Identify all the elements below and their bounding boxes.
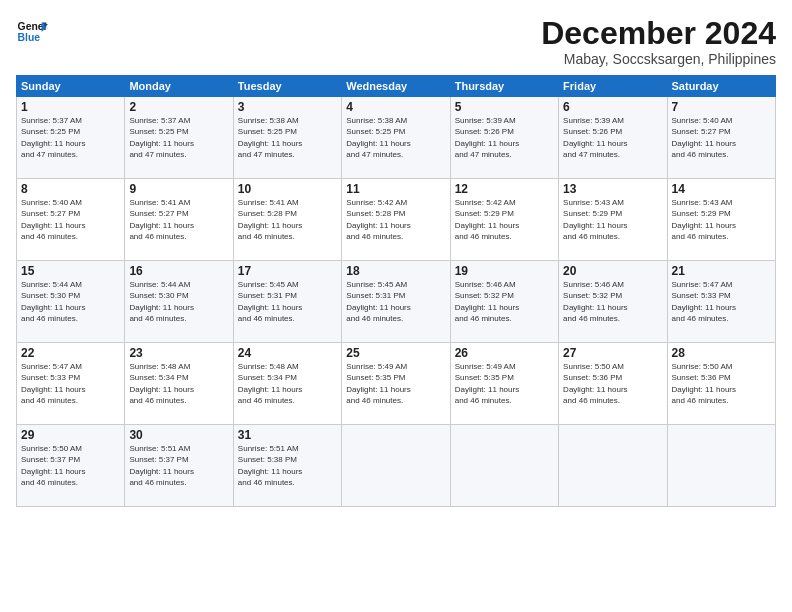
table-row: 28Sunrise: 5:50 AM Sunset: 5:36 PM Dayli… [667,343,775,425]
day-info: Sunrise: 5:39 AM Sunset: 5:26 PM Dayligh… [455,115,554,160]
day-info: Sunrise: 5:37 AM Sunset: 5:25 PM Dayligh… [129,115,228,160]
day-info: Sunrise: 5:40 AM Sunset: 5:27 PM Dayligh… [672,115,771,160]
week-row-3: 15Sunrise: 5:44 AM Sunset: 5:30 PM Dayli… [17,261,776,343]
day-number: 14 [672,182,771,196]
day-number: 25 [346,346,445,360]
day-info: Sunrise: 5:45 AM Sunset: 5:31 PM Dayligh… [346,279,445,324]
day-info: Sunrise: 5:40 AM Sunset: 5:27 PM Dayligh… [21,197,120,242]
day-info: Sunrise: 5:42 AM Sunset: 5:28 PM Dayligh… [346,197,445,242]
table-row: 12Sunrise: 5:42 AM Sunset: 5:29 PM Dayli… [450,179,558,261]
col-thursday: Thursday [450,76,558,97]
table-row: 8Sunrise: 5:40 AM Sunset: 5:27 PM Daylig… [17,179,125,261]
table-row: 6Sunrise: 5:39 AM Sunset: 5:26 PM Daylig… [559,97,667,179]
day-number: 29 [21,428,120,442]
table-row: 20Sunrise: 5:46 AM Sunset: 5:32 PM Dayli… [559,261,667,343]
table-row: 22Sunrise: 5:47 AM Sunset: 5:33 PM Dayli… [17,343,125,425]
day-info: Sunrise: 5:50 AM Sunset: 5:36 PM Dayligh… [563,361,662,406]
col-tuesday: Tuesday [233,76,341,97]
table-row: 26Sunrise: 5:49 AM Sunset: 5:35 PM Dayli… [450,343,558,425]
table-row: 15Sunrise: 5:44 AM Sunset: 5:30 PM Dayli… [17,261,125,343]
day-number: 22 [21,346,120,360]
day-info: Sunrise: 5:42 AM Sunset: 5:29 PM Dayligh… [455,197,554,242]
day-info: Sunrise: 5:44 AM Sunset: 5:30 PM Dayligh… [129,279,228,324]
day-number: 31 [238,428,337,442]
table-row: 31Sunrise: 5:51 AM Sunset: 5:38 PM Dayli… [233,425,341,507]
logo: General Blue [16,16,48,48]
table-row: 2Sunrise: 5:37 AM Sunset: 5:25 PM Daylig… [125,97,233,179]
col-friday: Friday [559,76,667,97]
main-title: December 2024 [541,16,776,51]
table-row: 10Sunrise: 5:41 AM Sunset: 5:28 PM Dayli… [233,179,341,261]
table-row: 21Sunrise: 5:47 AM Sunset: 5:33 PM Dayli… [667,261,775,343]
col-saturday: Saturday [667,76,775,97]
calendar-table: Sunday Monday Tuesday Wednesday Thursday… [16,75,776,507]
day-number: 15 [21,264,120,278]
day-info: Sunrise: 5:46 AM Sunset: 5:32 PM Dayligh… [563,279,662,324]
day-number: 16 [129,264,228,278]
table-row [559,425,667,507]
day-number: 12 [455,182,554,196]
table-row: 29Sunrise: 5:50 AM Sunset: 5:37 PM Dayli… [17,425,125,507]
day-number: 8 [21,182,120,196]
day-number: 6 [563,100,662,114]
day-number: 11 [346,182,445,196]
day-info: Sunrise: 5:48 AM Sunset: 5:34 PM Dayligh… [238,361,337,406]
table-row: 23Sunrise: 5:48 AM Sunset: 5:34 PM Dayli… [125,343,233,425]
day-info: Sunrise: 5:43 AM Sunset: 5:29 PM Dayligh… [672,197,771,242]
day-number: 30 [129,428,228,442]
table-row [450,425,558,507]
table-row: 25Sunrise: 5:49 AM Sunset: 5:35 PM Dayli… [342,343,450,425]
day-number: 23 [129,346,228,360]
day-number: 3 [238,100,337,114]
day-info: Sunrise: 5:51 AM Sunset: 5:38 PM Dayligh… [238,443,337,488]
table-row: 5Sunrise: 5:39 AM Sunset: 5:26 PM Daylig… [450,97,558,179]
week-row-4: 22Sunrise: 5:47 AM Sunset: 5:33 PM Dayli… [17,343,776,425]
week-row-5: 29Sunrise: 5:50 AM Sunset: 5:37 PM Dayli… [17,425,776,507]
svg-text:Blue: Blue [18,32,41,43]
day-info: Sunrise: 5:37 AM Sunset: 5:25 PM Dayligh… [21,115,120,160]
day-info: Sunrise: 5:48 AM Sunset: 5:34 PM Dayligh… [129,361,228,406]
table-row: 11Sunrise: 5:42 AM Sunset: 5:28 PM Dayli… [342,179,450,261]
day-number: 20 [563,264,662,278]
table-row: 13Sunrise: 5:43 AM Sunset: 5:29 PM Dayli… [559,179,667,261]
week-row-1: 1Sunrise: 5:37 AM Sunset: 5:25 PM Daylig… [17,97,776,179]
day-info: Sunrise: 5:41 AM Sunset: 5:27 PM Dayligh… [129,197,228,242]
day-info: Sunrise: 5:49 AM Sunset: 5:35 PM Dayligh… [455,361,554,406]
day-info: Sunrise: 5:47 AM Sunset: 5:33 PM Dayligh… [672,279,771,324]
day-info: Sunrise: 5:43 AM Sunset: 5:29 PM Dayligh… [563,197,662,242]
day-info: Sunrise: 5:50 AM Sunset: 5:36 PM Dayligh… [672,361,771,406]
day-number: 10 [238,182,337,196]
table-row: 16Sunrise: 5:44 AM Sunset: 5:30 PM Dayli… [125,261,233,343]
table-row: 18Sunrise: 5:45 AM Sunset: 5:31 PM Dayli… [342,261,450,343]
day-number: 27 [563,346,662,360]
table-row: 4Sunrise: 5:38 AM Sunset: 5:25 PM Daylig… [342,97,450,179]
day-number: 18 [346,264,445,278]
week-row-2: 8Sunrise: 5:40 AM Sunset: 5:27 PM Daylig… [17,179,776,261]
table-row: 7Sunrise: 5:40 AM Sunset: 5:27 PM Daylig… [667,97,775,179]
day-number: 13 [563,182,662,196]
header: General Blue December 2024 Mabay, Soccsk… [16,16,776,67]
day-info: Sunrise: 5:39 AM Sunset: 5:26 PM Dayligh… [563,115,662,160]
day-info: Sunrise: 5:50 AM Sunset: 5:37 PM Dayligh… [21,443,120,488]
day-number: 4 [346,100,445,114]
col-monday: Monday [125,76,233,97]
day-info: Sunrise: 5:41 AM Sunset: 5:28 PM Dayligh… [238,197,337,242]
table-row: 24Sunrise: 5:48 AM Sunset: 5:34 PM Dayli… [233,343,341,425]
table-row: 17Sunrise: 5:45 AM Sunset: 5:31 PM Dayli… [233,261,341,343]
table-row: 3Sunrise: 5:38 AM Sunset: 5:25 PM Daylig… [233,97,341,179]
day-number: 21 [672,264,771,278]
sub-title: Mabay, Soccsksargen, Philippines [541,51,776,67]
col-wednesday: Wednesday [342,76,450,97]
day-info: Sunrise: 5:49 AM Sunset: 5:35 PM Dayligh… [346,361,445,406]
page: General Blue December 2024 Mabay, Soccsk… [0,0,792,612]
day-number: 2 [129,100,228,114]
table-row: 27Sunrise: 5:50 AM Sunset: 5:36 PM Dayli… [559,343,667,425]
day-number: 1 [21,100,120,114]
day-number: 9 [129,182,228,196]
table-row: 14Sunrise: 5:43 AM Sunset: 5:29 PM Dayli… [667,179,775,261]
day-info: Sunrise: 5:38 AM Sunset: 5:25 PM Dayligh… [238,115,337,160]
table-row [667,425,775,507]
day-number: 28 [672,346,771,360]
table-row: 9Sunrise: 5:41 AM Sunset: 5:27 PM Daylig… [125,179,233,261]
col-sunday: Sunday [17,76,125,97]
